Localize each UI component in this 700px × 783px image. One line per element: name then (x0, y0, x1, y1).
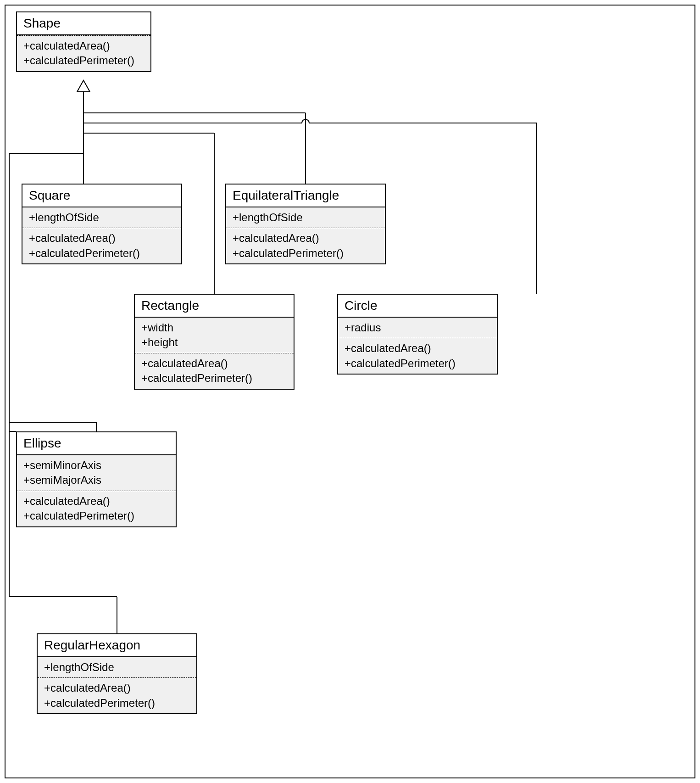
method: +calculatedArea() (344, 341, 490, 356)
class-square: Square +lengthOfSide +calculatedArea() +… (22, 184, 182, 264)
attribute: +radius (344, 320, 490, 335)
class-name: Ellipse (17, 432, 176, 455)
method: +calculatedPerimeter() (44, 696, 190, 710)
class-name: Rectangle (135, 295, 294, 318)
method: +calculatedPerimeter() (23, 509, 169, 523)
method: +calculatedArea() (29, 231, 175, 246)
attribute: +lengthOfSide (29, 210, 175, 225)
class-circle: Circle +radius +calculatedArea() +calcul… (337, 294, 498, 375)
method: +calculatedPerimeter() (29, 246, 175, 261)
class-rectangle: Rectangle +width +height +calculatedArea… (134, 294, 294, 390)
method: +calculatedArea() (233, 231, 378, 246)
class-shape: Shape +calculatedArea() +calculatedPerim… (16, 11, 151, 72)
method: +calculatedArea() (23, 494, 169, 509)
class-name: RegularHexagon (38, 634, 196, 657)
attribute: +lengthOfSide (233, 210, 378, 225)
class-name: Square (22, 185, 181, 207)
attribute: +lengthOfSide (44, 660, 190, 675)
class-ellipse: Ellipse +semiMinorAxis +semiMajorAxis +c… (16, 431, 177, 527)
method: +calculatedArea() (141, 356, 287, 371)
attribute: +height (141, 335, 287, 350)
method: +calculatedPerimeter() (23, 53, 144, 68)
class-equilateral-triangle: EquilateralTriangle +lengthOfSide +calcu… (225, 184, 386, 264)
method: +calculatedPerimeter() (344, 356, 490, 371)
attribute: +width (141, 320, 287, 335)
attribute: +semiMajorAxis (23, 473, 169, 487)
class-name: Circle (338, 295, 497, 318)
class-name: EquilateralTriangle (226, 185, 385, 207)
method: +calculatedArea() (23, 39, 144, 53)
method: +calculatedArea() (44, 681, 190, 695)
attribute: +semiMinorAxis (23, 458, 169, 473)
method: +calculatedPerimeter() (141, 371, 287, 386)
method: +calculatedPerimeter() (233, 246, 378, 261)
class-regular-hexagon: RegularHexagon +lengthOfSide +calculated… (37, 633, 197, 714)
class-name: Shape (17, 12, 150, 35)
